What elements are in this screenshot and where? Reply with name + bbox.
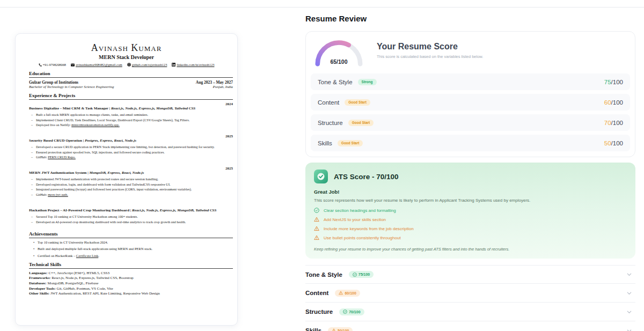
resume-score-card: 65/100 Your Resume Score This score is c… <box>305 31 635 157</box>
bullet: Developed an AI-powered crop monitoring … <box>29 220 233 224</box>
resume-contact-row: +91-9798208068 avinashkumar908482@gmail.… <box>29 63 224 67</box>
status-badge: Strong <box>358 79 377 85</box>
warning-triangle-icon <box>339 291 343 295</box>
project-entry: Security Based CRUD Operation | Postgres… <box>29 134 233 159</box>
bullet: Implemented JWT-based authentication wit… <box>29 177 233 181</box>
check-circle-icon <box>353 273 357 277</box>
score-row-structure: Structure Good Start 70/100 <box>311 114 630 131</box>
accordion-score-badge: 70/100 <box>339 308 364 315</box>
education-location: Punjab, India <box>213 85 233 89</box>
score-row-skills: Skills Good Start 50/100 <box>311 135 630 151</box>
bullet: Built a full-stack MERN application to m… <box>29 113 233 117</box>
phone-icon <box>39 63 42 67</box>
detail-accordions: Tone & Style 75/100 Content 60/100 Struc… <box>305 265 635 331</box>
status-badge: Good Start <box>348 120 374 126</box>
resume-name: Avinash Kumar <box>29 42 224 54</box>
achievement-item: Top 10 ranking in CT University Hackatho… <box>29 240 233 244</box>
ats-item-check: Clear section headings and formatting <box>314 208 627 213</box>
ats-score-card: ATS Score - 70/100 Great Job! This score… <box>305 163 635 259</box>
warning-triangle-icon <box>314 226 319 231</box>
accordion-score-badge: 75/100 <box>349 271 374 278</box>
accordion-skills[interactable]: Skills 50/100 <box>305 321 635 331</box>
score-card-subtitle: This score is calculated based on the va… <box>377 54 483 59</box>
project-title: Business Digitalize – Mini CRM & Task Ma… <box>29 106 108 111</box>
check-circle-icon <box>343 310 347 314</box>
status-badge: Good Start <box>338 140 363 146</box>
skills-row: Developer Tools: Git, GitHub, Postman, V… <box>29 286 233 292</box>
score-row-tone-style: Tone & Style Strong 75/100 <box>311 73 630 90</box>
score-card-header: 65/100 Your Resume Score This score is c… <box>311 38 630 70</box>
bullet: Integrated password hashing (bcrypt) and… <box>29 187 233 192</box>
project-bullets: Secured Top 10 ranking at CT University … <box>29 215 233 224</box>
warning-triangle-icon <box>314 235 319 240</box>
bullet: Deployed live on Netlify: minicrmtaskaut… <box>29 123 233 127</box>
project-year: 2025 <box>225 166 233 176</box>
ats-check-icon <box>314 170 328 183</box>
warning-triangle-icon <box>332 328 336 331</box>
ats-item-warning: Add NextJS to your skills section <box>314 217 627 222</box>
project-year: 2024 <box>225 102 233 112</box>
skills-row: Frameworks: React.js, Node.js, Express.j… <box>29 276 233 281</box>
project-entry: Hackathon Project – AI-Powered Crop Moni… <box>29 204 233 224</box>
project-entry: Business Digitalize – Mini CRM & Task Ma… <box>29 102 233 127</box>
project-bullets: Developed a secure CRUD application in P… <box>29 145 233 159</box>
project-title: Security Based CRUD Operation <box>29 138 82 143</box>
status-badge: Good Start <box>345 99 370 106</box>
project-link[interactable]: minicrmtaskautomation.netlify.app. <box>71 123 120 127</box>
education-school: Gulzar Group of Institutions <box>29 80 78 85</box>
bullet: Ensured protection against spoofed bots,… <box>29 150 233 155</box>
achievements-list: Top 10 ranking in CT University Hackatho… <box>29 240 233 258</box>
score-gauge: 65/100 <box>313 39 364 67</box>
ats-feedback-list: Clear section headings and formatting Ad… <box>314 208 627 240</box>
chevron-down-icon[interactable] <box>626 309 632 315</box>
section-heading-education: Education <box>29 71 233 78</box>
certificate-link[interactable]: Certificate Link <box>76 254 98 258</box>
bullet: GitHub: PERN CRUD Repo. <box>29 155 233 159</box>
project-title: MERN JWT Authentication System <box>29 171 86 175</box>
top-divider <box>0 7 644 8</box>
bullet: GitHub: mern-jwt-auth. <box>29 193 233 197</box>
check-circle-icon <box>314 208 319 213</box>
ats-description: This score represents how well your resu… <box>314 198 627 203</box>
project-bullets: Implemented JWT-based authentication wit… <box>29 177 233 197</box>
chevron-down-icon[interactable] <box>626 328 632 331</box>
chevron-down-icon[interactable] <box>626 290 632 296</box>
bullet: Implemented Client CRUD, Task Deadlines,… <box>29 118 233 122</box>
github-icon <box>127 63 131 67</box>
resume-role: MERN Stack Developer <box>29 54 224 60</box>
project-year: 2025 <box>225 134 233 144</box>
skills-row: Databases: MongoDB, PostgreSQL, Firebase <box>29 281 233 286</box>
accordion-tone-style[interactable]: Tone & Style 75/100 <box>305 265 635 284</box>
contact-email[interactable]: avinashkumar908482@gmail.com <box>71 63 122 67</box>
page-title: Resume Review <box>305 14 635 23</box>
contact-linkedin[interactable]: linkedin.com/in/avinash123 <box>172 63 214 67</box>
chevron-down-icon[interactable] <box>626 271 632 277</box>
ats-item-warning: Include more keywords from the job descr… <box>314 226 627 231</box>
accordion-content[interactable]: Content 60/100 <box>305 284 635 303</box>
linkedin-icon <box>172 63 175 67</box>
score-card-title: Your Resume Score <box>377 42 483 52</box>
contact-github[interactable]: github.com/rajavinash123 <box>127 63 167 67</box>
education-dates: Aug 2023 – May 2027 <box>196 80 233 85</box>
skills-row: Languages: C++, JavaScript (ES6+), HTML5… <box>29 271 233 276</box>
accordion-score-badge: 60/100 <box>335 290 360 297</box>
warning-triangle-icon <box>314 217 319 222</box>
project-link[interactable]: PERN CRUD Repo. <box>48 155 76 159</box>
ats-item-warning: Use bullet points consistently throughou… <box>314 235 627 240</box>
skills-row: Other Skills: JWT Authentication, REST A… <box>29 291 233 297</box>
contact-phone: +91-9798208068 <box>39 63 66 67</box>
project-link[interactable]: mern-jwt-auth. <box>48 193 68 196</box>
score-value: 70 <box>604 120 611 126</box>
project-tech: React.js, Node.js, Express.js, MongoDB, … <box>132 208 216 212</box>
project-entry: MERN JWT Authentication System | MongoDB… <box>29 166 233 197</box>
ats-footer-note: Keep refining your resume to improve you… <box>314 247 627 252</box>
section-heading-achievements: Achievements <box>29 231 233 238</box>
gauge-score-label: 65/100 <box>313 58 364 65</box>
envelope-icon <box>71 63 75 67</box>
score-value: 60 <box>604 99 611 106</box>
project-title: Hackathon Project – AI-Powered Crop Moni… <box>29 208 129 212</box>
accordion-structure[interactable]: Structure 70/100 <box>305 303 635 321</box>
resume-document: Avinash Kumar MERN Stack Developer +91-9… <box>16 34 237 325</box>
project-bullets: Built a full-stack MERN application to m… <box>29 113 233 127</box>
ats-headline: Great Job! <box>314 189 627 195</box>
